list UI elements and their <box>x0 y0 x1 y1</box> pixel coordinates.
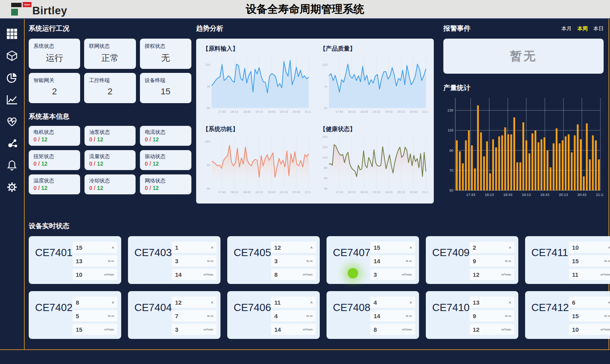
network-molecule-icon[interactable] <box>6 137 18 149</box>
device-card-CE7409[interactable]: CE74092A9N·m12m³/min <box>426 236 518 284</box>
alarm-tab-本周[interactable]: 本周 <box>577 25 588 32</box>
alarm-empty-text: 暂无 <box>510 48 537 65</box>
device-metrics: 4A14N·m8m³/min <box>370 297 415 335</box>
status-card: 授权状态无 <box>140 39 191 69</box>
svg-text:20:43: 20:43 <box>577 193 586 197</box>
svg-text:50: 50 <box>449 188 453 192</box>
line-chart-icon[interactable] <box>6 94 18 106</box>
status-card-label: 授权状态 <box>145 43 187 50</box>
metric-row: 3m³/min <box>172 324 216 335</box>
metric-row: 8m³/min <box>370 324 415 335</box>
info-card: 流量状态0 / 12 <box>85 150 136 170</box>
metric-value: 9 <box>473 258 476 264</box>
svg-text:18:13: 18:13 <box>230 190 238 194</box>
svg-text:19:43: 19:43 <box>385 190 392 194</box>
apps-grid-icon[interactable] <box>6 28 18 40</box>
metric-value: 15 <box>572 258 579 264</box>
metric-value: 3 <box>374 271 377 278</box>
device-card-CE7401[interactable]: CE740115A13N·m10m³/min <box>29 236 121 284</box>
device-card-CE7407[interactable]: CE740715A14N·m3m³/min <box>327 236 419 284</box>
metric-value: 8 <box>374 326 377 333</box>
device-name: CE7410 <box>432 301 470 335</box>
status-card: 智能网关2 <box>29 73 80 103</box>
metric-value: 3 <box>175 326 178 333</box>
info-card-count: 0 / 12 <box>89 136 131 143</box>
svg-text:19:13: 19:13 <box>522 193 531 197</box>
svg-text:20:43: 20:43 <box>292 190 300 194</box>
metric-unit: N·m <box>505 314 511 318</box>
device-card-CE7408[interactable]: CE74084A14N·m8m³/min <box>327 291 419 339</box>
svg-text:20:13: 20:13 <box>559 193 568 197</box>
cube-icon[interactable] <box>6 50 18 62</box>
info-card-label: 电机状态 <box>33 129 75 136</box>
metric-value: 1 <box>175 244 178 251</box>
health-heart-icon[interactable] <box>6 115 18 127</box>
device-card-CE7410[interactable]: CE741013A9N·m12m³/min <box>426 291 518 339</box>
running-indicator-dot <box>348 268 358 278</box>
device-card-CE7406[interactable]: CE740611A4N·m14m³/min <box>227 291 320 339</box>
metric-row: 13N·m <box>73 255 117 266</box>
metric-unit: A <box>509 301 511 304</box>
device-card-CE7402[interactable]: CE74028A5N·m15m³/min <box>29 291 121 339</box>
svg-text:40: 40 <box>324 187 328 190</box>
svg-text:19:13: 19:13 <box>372 110 380 114</box>
device-metrics: 15A13N·m10m³/min <box>73 242 117 280</box>
info-card: 振动状态0 / 12 <box>140 150 191 170</box>
device-card-CE7412[interactable]: CE74126A15N·m10m³/min <box>525 291 610 339</box>
system-status-cards: 系统状态运行联网状态正常授权状态无智能网关2工控终端2设备终端15 <box>29 39 191 103</box>
metric-row: 14m³/min <box>172 269 216 280</box>
svg-text:20: 20 <box>324 106 328 110</box>
gear-icon[interactable] <box>6 181 18 193</box>
status-card-value: 15 <box>145 86 187 97</box>
metric-row: 11m³/min <box>569 269 610 280</box>
alarm-tab-本日[interactable]: 本日 <box>593 25 604 32</box>
pie-chart-icon[interactable] <box>6 72 18 84</box>
info-card: 电机状态0 / 12 <box>29 126 80 146</box>
svg-text:18:43: 18:43 <box>504 193 513 197</box>
alarm-count: 0 / <box>33 160 41 167</box>
logo-red-block <box>23 2 31 7</box>
metric-row: 7N·m <box>172 310 216 321</box>
bell-icon[interactable] <box>6 159 18 171</box>
footer-strip <box>0 350 610 364</box>
sidebar-nav <box>0 19 24 349</box>
alarm-production-panel: 报警事件 本月本周本日 暂无 产量统计 13011090705017:4318:… <box>443 24 604 201</box>
trend-chart-title: 【产品质量】 <box>320 45 428 53</box>
metric-value: 10 <box>572 244 579 251</box>
svg-text:70: 70 <box>324 85 328 88</box>
system-panel: 系统运行工况 系统状态运行联网状态正常授权状态无智能网关2工控终端2设备终端15… <box>29 24 191 194</box>
metric-value: 14 <box>175 271 182 278</box>
metric-unit: N·m <box>307 259 313 263</box>
metric-row: 15N·m <box>569 310 610 321</box>
svg-text:17:43: 17:43 <box>335 110 343 114</box>
info-card-count: 0 / 12 <box>33 160 75 167</box>
metric-value: 12 <box>473 271 480 278</box>
device-card-CE7404[interactable]: CE740412A7N·m3m³/min <box>128 291 220 339</box>
device-name: CE7411 <box>531 247 569 280</box>
svg-text:19:43: 19:43 <box>540 193 549 197</box>
status-card: 工控终端2 <box>84 73 136 103</box>
device-card-CE7405[interactable]: CE740512A3N·m8m³/min <box>227 236 320 284</box>
svg-text:20:13: 20:13 <box>397 110 405 114</box>
metric-value: 4 <box>374 299 377 306</box>
status-card: 联网状态正常 <box>84 39 136 69</box>
metric-unit: m³/min <box>600 328 610 331</box>
production-chart: 13011090705017:4318:1318:4319:1319:4320:… <box>443 95 604 201</box>
svg-text:19:13: 19:13 <box>372 190 380 194</box>
alarm-tab-本月[interactable]: 本月 <box>561 25 572 32</box>
metric-value: 4 <box>274 313 277 319</box>
device-card-CE7403[interactable]: CE74031A3N·m14m³/min <box>128 236 220 284</box>
device-card-CE7411[interactable]: CE741110A15N·m11m³/min <box>525 236 610 284</box>
logo-black-block <box>11 3 22 7</box>
status-card-label: 工控终端 <box>89 77 131 84</box>
total-count: 12 <box>41 136 47 143</box>
metric-unit: m³/min <box>104 328 114 331</box>
sidebar-divider-line <box>24 19 25 349</box>
metric-unit: m³/min <box>203 328 213 331</box>
logo-green-block <box>11 9 18 16</box>
info-card-count: 0 / 12 <box>33 136 75 143</box>
metric-row: 3m³/min <box>370 269 415 280</box>
metric-row: 3N·m <box>271 255 316 266</box>
svg-text:90: 90 <box>449 149 453 153</box>
svg-text:18:13: 18:13 <box>230 110 238 114</box>
